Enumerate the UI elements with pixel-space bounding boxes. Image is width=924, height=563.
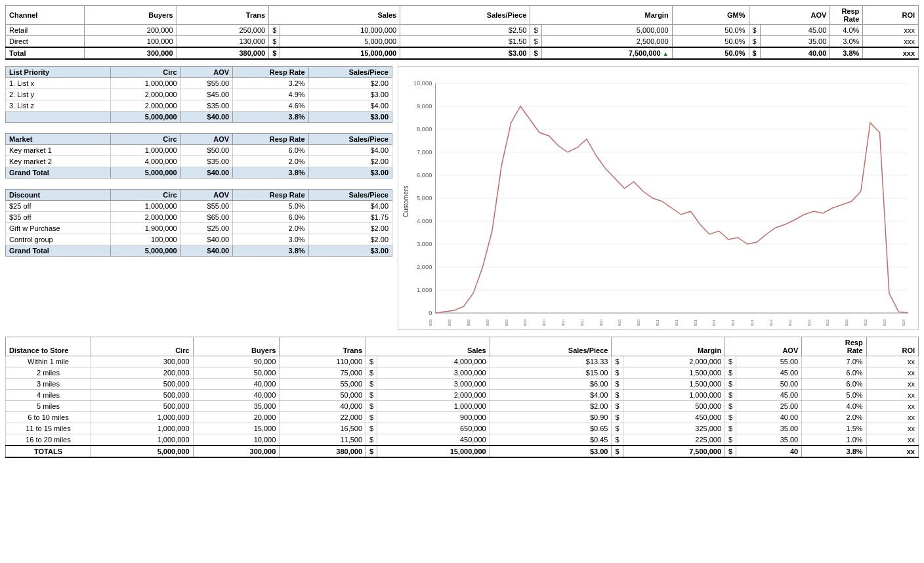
svg-text:4,000: 4,000	[417, 218, 432, 224]
roi-header: ROI	[863, 6, 919, 25]
dist-margin-header: Margin	[612, 337, 725, 356]
discount-name: $35 off	[6, 212, 111, 223]
margin-dollar: $	[530, 25, 541, 36]
discount-aov: $40.00	[180, 234, 233, 245]
distance-row: 2 miles 200,000 50,000 75,000 $ 3,000,00…	[6, 367, 919, 379]
resp-rate-header: RespRate	[830, 6, 863, 25]
dist-sales: 650,000	[377, 423, 490, 434]
dist-margin: 1,500,000	[623, 379, 725, 390]
dist-total-circ: 5,000,000	[91, 446, 194, 457]
dist-margin: 325,000	[623, 423, 725, 434]
dist-aov-dollar: $	[725, 367, 736, 379]
dist-aov: 40.00	[736, 412, 802, 423]
dist-aov: 35.00	[736, 434, 802, 446]
channel-name: Direct	[6, 36, 85, 48]
market-total-circ: 5,000,000	[111, 167, 181, 178]
svg-text:7/1/2009: 7/1/2009	[485, 319, 490, 326]
total-label: Total	[6, 47, 85, 59]
discount-resp: 2.0%	[233, 223, 308, 234]
discount-resp: 3.0%	[233, 234, 308, 245]
dist-sales: 1,000,000	[377, 401, 490, 412]
svg-text:6,000: 6,000	[417, 172, 432, 178]
total-margin: 7,500,000 ▲	[541, 47, 672, 59]
dist-name: 11 to 15 miles	[6, 423, 91, 434]
discount-row: Control group 100,000 $40.00 3.0% $2.00	[6, 234, 392, 245]
trans: 130,000	[177, 36, 269, 48]
dist-resp-rate: 5.0%	[802, 390, 866, 401]
discount-total-sales-piece: $3.00	[308, 245, 392, 257]
dist-margin: 450,000	[623, 412, 725, 423]
dist-sales: 450,000	[377, 434, 490, 446]
dist-margin: 2,000,000	[623, 356, 725, 367]
svg-text:5,000: 5,000	[417, 195, 432, 201]
total-roi: xxx	[863, 47, 919, 59]
market-sales-piece: $2.00	[308, 156, 392, 167]
market-total-resp: 3.8%	[233, 167, 308, 178]
discount-sales-piece: $2.00	[308, 223, 392, 234]
svg-text:2,000: 2,000	[417, 264, 432, 270]
market-total-row: Grand Total 5,000,000 $40.00 3.8% $3.00	[6, 167, 392, 178]
dist-sales-piece: $6.00	[490, 379, 612, 390]
discount-total-circ: 5,000,000	[111, 245, 181, 257]
dist-sales-dollar: $	[366, 412, 377, 423]
dist-circ: 500,000	[91, 379, 194, 390]
discount-circ: 100,000	[111, 234, 181, 245]
trans-header: Trans	[177, 6, 269, 25]
dist-resp-rate: 7.0%	[802, 356, 866, 367]
discount-resp: 5.0%	[233, 201, 308, 212]
dist-name: 6 to 10 miles	[6, 412, 91, 423]
dist-trans: 11,500	[280, 434, 366, 446]
dist-sales: 4,000,000	[377, 356, 490, 367]
dist-name: 3 miles	[6, 379, 91, 390]
list-total-sales-piece: $3.00	[308, 112, 392, 123]
dist-trans: 40,000	[280, 401, 366, 412]
sales: 5,000,000	[280, 36, 400, 48]
dist-sales-piece: $0.45	[490, 434, 612, 446]
market-header: Market	[6, 134, 111, 145]
dist-roi: xx	[866, 412, 918, 423]
dist-margin-dollar: $	[612, 434, 623, 446]
dist-resp-rate: 6.0%	[802, 379, 866, 390]
dist-sales: 900,000	[377, 412, 490, 423]
sales-dollar: $	[269, 25, 280, 36]
market-circ-header: Circ	[111, 134, 181, 145]
trans: 250,000	[177, 25, 269, 36]
dist-name: 5 miles	[6, 401, 91, 412]
svg-text:9/1/2009: 9/1/2009	[503, 319, 508, 326]
list-resp: 3.2%	[233, 78, 308, 89]
dist-trans: 55,000	[280, 379, 366, 390]
svg-text:3/1/2013: 3/1/2013	[900, 319, 905, 326]
svg-text:7,000: 7,000	[417, 149, 432, 156]
discount-total-label: Grand Total	[6, 245, 111, 257]
dist-total-aov-dollar: $	[725, 446, 736, 457]
dist-total-sales-dollar: $	[366, 446, 377, 457]
margin: 5,000,000	[541, 25, 672, 36]
dist-circ: 1,000,000	[91, 412, 194, 423]
total-sales-dollar: $	[269, 47, 280, 59]
channel-row-direct: Direct 100,000 130,000 $ 5,000,000 $1.50…	[6, 36, 919, 48]
dist-circ: 500,000	[91, 390, 194, 401]
dist-sales-dollar: $	[366, 434, 377, 446]
distance-row: Within 1 mile 300,000 90,000 110,000 $ 4…	[6, 356, 919, 367]
total-gm: 50.0%	[672, 47, 749, 59]
dist-buyers: 50,000	[193, 367, 280, 379]
discount-aov: $25.00	[180, 223, 233, 234]
dist-sales-piece: $0.65	[490, 423, 612, 434]
list-sales-piece: $4.00	[308, 100, 392, 112]
dist-margin-dollar: $	[612, 412, 623, 423]
discount-circ-header: Circ	[111, 190, 181, 201]
dist-resp-rate: 4.0%	[802, 401, 866, 412]
svg-text:3/1/2011: 3/1/2011	[674, 319, 679, 326]
list-circ-header: Circ	[111, 67, 181, 78]
line-chart: Customers 10,000 9,000 8,000 7,000 6,000…	[402, 70, 915, 326]
distance-total-row: TOTALS 5,000,000 300,000 380,000 $ 15,00…	[6, 446, 919, 457]
discount-row: $25 off 1,000,000 $55.00 5.0% $4.00	[6, 201, 392, 212]
sales-header: Sales	[269, 6, 400, 25]
gm: 50.0%	[672, 25, 749, 36]
discount-name: Gift w Purchase	[6, 223, 111, 234]
market-resp-rate-header: Resp Rate	[233, 134, 308, 145]
market-aov: $50.00	[180, 145, 233, 156]
discount-aov: $65.00	[180, 212, 233, 223]
dist-buyers-header: Buyers	[193, 337, 280, 356]
sales-piece-header: Sales/Piece	[400, 6, 530, 25]
